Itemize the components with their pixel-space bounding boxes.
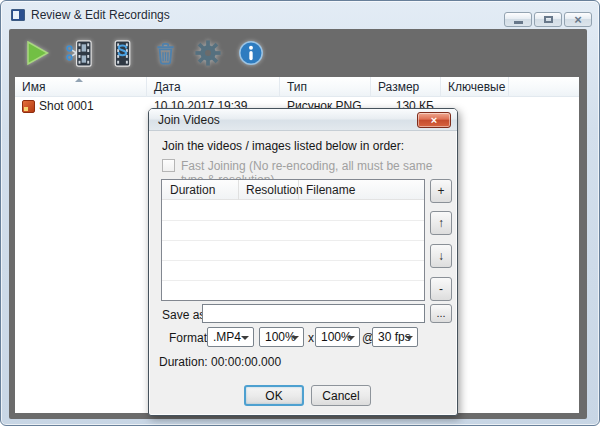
trash-icon bbox=[152, 40, 179, 67]
app-icon bbox=[11, 9, 25, 21]
join-column-duration[interactable]: Duration bbox=[170, 183, 215, 197]
column-divider bbox=[298, 180, 299, 200]
join-videos-icon bbox=[108, 39, 137, 68]
toolbar bbox=[9, 29, 587, 77]
join-column-filename[interactable]: Filename bbox=[306, 183, 355, 197]
play-icon bbox=[21, 38, 51, 68]
row-line bbox=[162, 220, 424, 221]
row-line bbox=[162, 240, 424, 241]
play-button[interactable] bbox=[21, 38, 51, 68]
row-name-cell: Shot 0001 bbox=[15, 99, 147, 113]
move-down-button[interactable]: ↓ bbox=[430, 244, 452, 268]
column-header-type[interactable]: Тип bbox=[280, 77, 371, 97]
width-percent-dropdown[interactable]: 100% bbox=[259, 327, 304, 347]
column-header-size[interactable]: Размер bbox=[371, 77, 441, 97]
fps-dropdown[interactable]: 30 fps bbox=[372, 327, 418, 347]
join-file-list[interactable]: Duration Resolution Filename bbox=[161, 179, 425, 301]
close-icon: × bbox=[431, 114, 437, 126]
gear-icon bbox=[194, 39, 222, 67]
column-header-filler bbox=[509, 77, 579, 97]
add-file-button[interactable]: + bbox=[430, 179, 452, 203]
sort-ascending-icon bbox=[75, 78, 83, 82]
browse-button[interactable]: ... bbox=[430, 304, 452, 323]
row-line bbox=[162, 280, 424, 281]
maximize-button[interactable] bbox=[534, 12, 562, 27]
maximize-icon bbox=[544, 16, 553, 23]
close-button[interactable]: × bbox=[564, 12, 592, 27]
dialog-close-button[interactable]: × bbox=[417, 112, 451, 128]
cancel-button[interactable]: Cancel bbox=[311, 385, 371, 406]
save-as-input[interactable] bbox=[202, 304, 425, 323]
main-window: Review & Edit Recordings × bbox=[0, 0, 600, 426]
column-divider bbox=[238, 180, 239, 200]
column-header-name[interactable]: Имя bbox=[15, 77, 147, 97]
total-duration-text: Duration: 00:00:00.000 bbox=[159, 355, 281, 369]
move-up-button[interactable]: ↑ bbox=[430, 211, 452, 235]
list-header: Имя Дата Тип Размер Ключевые с... bbox=[15, 77, 579, 97]
cut-video-icon bbox=[65, 39, 94, 68]
screen: Review & Edit Recordings × bbox=[0, 0, 600, 426]
column-header-keywords[interactable]: Ключевые с... bbox=[441, 77, 509, 97]
delete-button[interactable] bbox=[150, 38, 180, 68]
fast-joining-checkbox[interactable] bbox=[162, 159, 175, 172]
height-percent-dropdown[interactable]: 100% bbox=[315, 327, 360, 347]
close-icon: × bbox=[574, 13, 582, 26]
dialog-instruction: Join the videos / images listed below in… bbox=[162, 139, 404, 153]
info-button[interactable] bbox=[236, 38, 266, 68]
window-title: Review & Edit Recordings bbox=[31, 8, 170, 22]
dialog-title: Join Videos bbox=[158, 113, 220, 127]
dialog-titlebar[interactable]: Join Videos bbox=[149, 109, 457, 131]
ok-button[interactable]: OK bbox=[244, 385, 304, 406]
remove-file-button[interactable]: - bbox=[430, 277, 452, 301]
join-videos-dialog: Join Videos × Join the videos / images l… bbox=[148, 108, 458, 416]
image-file-icon bbox=[22, 100, 35, 113]
format-label: Format: bbox=[169, 331, 210, 345]
join-list-header: Duration Resolution Filename bbox=[162, 180, 424, 200]
x-separator: x bbox=[308, 331, 314, 345]
minimize-button[interactable] bbox=[504, 12, 532, 27]
join-column-resolution[interactable]: Resolution bbox=[246, 183, 303, 197]
column-header-date[interactable]: Дата bbox=[147, 77, 280, 97]
row-line bbox=[162, 260, 424, 261]
minimize-icon bbox=[514, 21, 523, 24]
settings-button[interactable] bbox=[193, 38, 223, 68]
cut-video-button[interactable] bbox=[64, 38, 94, 68]
join-videos-button[interactable] bbox=[107, 38, 137, 68]
caption-buttons: × bbox=[504, 12, 592, 27]
format-dropdown[interactable]: .MP4 bbox=[207, 327, 254, 347]
info-icon bbox=[237, 39, 265, 67]
